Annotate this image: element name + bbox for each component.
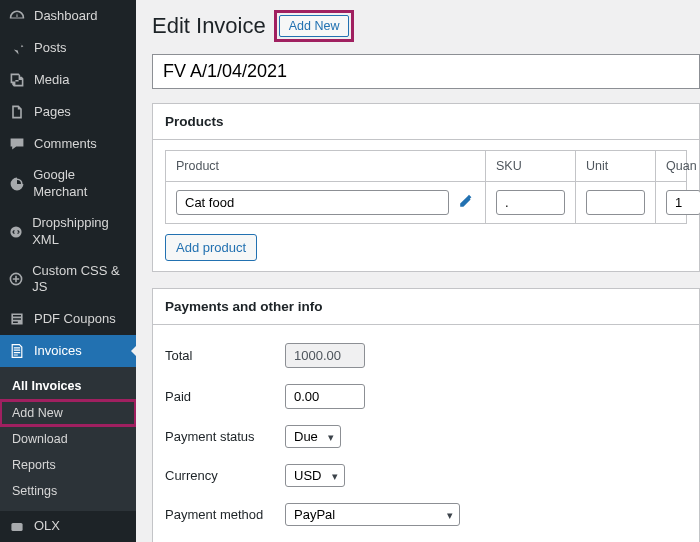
add-new-button[interactable]: Add New	[279, 15, 350, 37]
paid-input[interactable]	[285, 384, 365, 409]
pin-icon	[8, 39, 26, 57]
payment-status-select[interactable]: Due	[285, 425, 341, 448]
sidebar-subitem-all-invoices[interactable]: All Invoices	[0, 373, 136, 399]
sidebar-subitem-add-new[interactable]: Add New	[0, 400, 136, 426]
label-paid: Paid	[165, 389, 285, 404]
plus-icon	[8, 270, 24, 288]
edit-icon[interactable]	[457, 194, 475, 212]
label-currency: Currency	[165, 468, 285, 483]
payments-box-title: Payments and other info	[153, 289, 699, 325]
sidebar-item-label: Custom CSS & JS	[32, 263, 128, 297]
products-box-title: Products	[153, 104, 699, 140]
sidebar-subitem-settings[interactable]: Settings	[0, 478, 136, 504]
col-header-product: Product	[166, 151, 486, 181]
label-status: Payment status	[165, 429, 285, 444]
total-input	[285, 343, 365, 368]
col-header-unit: Unit	[576, 151, 656, 181]
invoice-title-input[interactable]	[152, 54, 700, 89]
sidebar-item-dropshipping-xml[interactable]: Dropshipping XML	[0, 208, 136, 256]
pdf-icon	[8, 310, 26, 328]
annotation-highlight: Add New	[274, 10, 355, 42]
invoice-icon	[8, 342, 26, 360]
sidebar-subitem-download[interactable]: Download	[0, 426, 136, 452]
payment-method-select[interactable]: PayPal	[285, 503, 460, 526]
olx-icon	[8, 518, 26, 536]
dashboard-icon	[8, 7, 26, 25]
sidebar-item-label: Dropshipping XML	[32, 215, 128, 249]
sidebar-item-google-merchant[interactable]: Google Merchant	[0, 160, 136, 208]
table-row	[166, 182, 686, 223]
sidebar-item-posts[interactable]: Posts	[0, 32, 136, 64]
product-name-input[interactable]	[176, 190, 449, 215]
sidebar-item-label: PDF Coupons	[34, 311, 116, 328]
sidebar-item-custom-css-js[interactable]: Custom CSS & JS	[0, 256, 136, 304]
sidebar-item-label: Comments	[34, 136, 97, 153]
add-product-button[interactable]: Add product	[165, 234, 257, 261]
media-icon	[8, 71, 26, 89]
unit-input[interactable]	[586, 190, 645, 215]
sidebar-item-label: Google Merchant	[33, 167, 128, 201]
sidebar-item-comments[interactable]: Comments	[0, 128, 136, 160]
page-title: Edit Invoice	[152, 13, 266, 39]
sidebar-item-invoices[interactable]: Invoices	[0, 335, 136, 367]
sidebar-item-label: OLX	[34, 518, 60, 535]
sidebar-item-label: Pages	[34, 104, 71, 121]
sidebar-item-label: Invoices	[34, 343, 82, 360]
label-method: Payment method	[165, 507, 285, 522]
sidebar-item-dashboard[interactable]: Dashboard	[0, 0, 136, 32]
label-total: Total	[165, 348, 285, 363]
sidebar-item-label: Posts	[34, 40, 67, 57]
google-icon	[8, 175, 25, 193]
sidebar-item-pages[interactable]: Pages	[0, 96, 136, 128]
quantity-input[interactable]	[666, 190, 700, 215]
col-header-sku: SKU	[486, 151, 576, 181]
col-header-quantity: Quan	[656, 151, 700, 181]
sku-input[interactable]	[496, 190, 565, 215]
sidebar-item-pdf-coupons[interactable]: PDF Coupons	[0, 303, 136, 335]
comments-icon	[8, 135, 26, 153]
sidebar-item-media[interactable]: Media	[0, 64, 136, 96]
sidebar-subitem-reports[interactable]: Reports	[0, 452, 136, 478]
pages-icon	[8, 103, 26, 121]
svg-rect-3	[11, 523, 22, 531]
svg-point-1	[10, 226, 21, 237]
sidebar-item-label: Dashboard	[34, 8, 98, 25]
sidebar-item-olx[interactable]: OLX	[0, 511, 136, 542]
sidebar-item-label: Media	[34, 72, 69, 89]
xml-icon	[8, 223, 24, 241]
currency-select[interactable]: USD	[285, 464, 345, 487]
